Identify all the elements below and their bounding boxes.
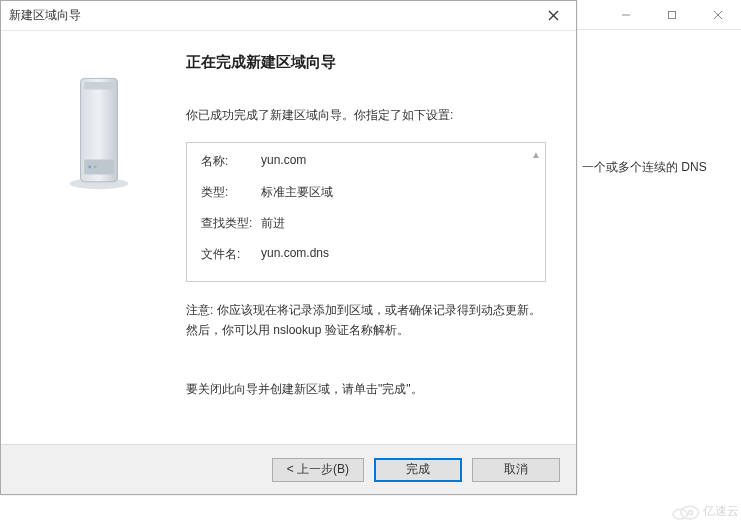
server-icon	[59, 71, 139, 191]
minimize-button[interactable]	[603, 0, 649, 30]
cloud-icon	[669, 501, 701, 521]
summary-lookup-value: 前进	[261, 215, 531, 232]
close-button[interactable]	[530, 1, 576, 31]
summary-lookup-label: 查找类型:	[201, 215, 261, 232]
summary-box: ▲ 名称: yun.com 类型: 标准主要区域 查找类型: 前进 文件名: y…	[186, 142, 546, 282]
summary-row-file: 文件名: yun.com.dns	[201, 246, 531, 263]
wizard-content-panel: 正在完成新建区域向导 你已成功完成了新建区域向导。你指定了如下设置: ▲ 名称:…	[176, 51, 556, 434]
wizard-heading: 正在完成新建区域向导	[186, 53, 546, 72]
cancel-button[interactable]: 取消	[472, 458, 560, 482]
close-icon	[548, 10, 559, 21]
watermark-text: 亿速云	[703, 503, 739, 520]
svg-point-14	[689, 511, 693, 515]
watermark: 亿速云	[669, 501, 739, 521]
summary-row-lookup: 查找类型: 前进	[201, 215, 531, 232]
summary-row-type: 类型: 标准主要区域	[201, 184, 531, 201]
svg-rect-1	[669, 11, 676, 18]
wizard-instruction: 要关闭此向导并创建新区域，请单击"完成"。	[186, 381, 546, 398]
scroll-up-icon[interactable]: ▲	[531, 149, 541, 160]
summary-row-name: 名称: yun.com	[201, 153, 531, 170]
button-row: < 上一步(B) 完成 取消	[1, 444, 576, 494]
summary-type-value: 标准主要区域	[261, 184, 531, 201]
dialog-title: 新建区域向导	[9, 7, 530, 24]
svg-point-11	[93, 166, 96, 169]
background-partial-text: 一个或多个连续的 DNS	[582, 158, 707, 177]
svg-point-13	[681, 506, 699, 519]
svg-point-10	[88, 166, 91, 169]
wizard-dialog: 新建区域向导	[0, 0, 577, 495]
finish-button[interactable]: 完成	[374, 458, 462, 482]
wizard-intro: 你已成功完成了新建区域向导。你指定了如下设置:	[186, 107, 546, 124]
svg-rect-8	[84, 82, 114, 89]
back-button[interactable]: < 上一步(B)	[272, 458, 364, 482]
summary-file-value: yun.com.dns	[261, 246, 531, 263]
dialog-titlebar[interactable]: 新建区域向导	[1, 1, 576, 31]
close-button-bg[interactable]	[695, 0, 741, 30]
summary-name-label: 名称:	[201, 153, 261, 170]
wizard-note: 注意: 你应该现在将记录添加到区域，或者确保记录得到动态更新。然后，你可以用 n…	[186, 300, 546, 341]
summary-name-value: yun.com	[261, 153, 531, 170]
wizard-graphic-panel	[21, 51, 176, 434]
maximize-button[interactable]	[649, 0, 695, 30]
summary-type-label: 类型:	[201, 184, 261, 201]
summary-file-label: 文件名:	[201, 246, 261, 263]
wizard-body: 正在完成新建区域向导 你已成功完成了新建区域向导。你指定了如下设置: ▲ 名称:…	[1, 31, 576, 444]
